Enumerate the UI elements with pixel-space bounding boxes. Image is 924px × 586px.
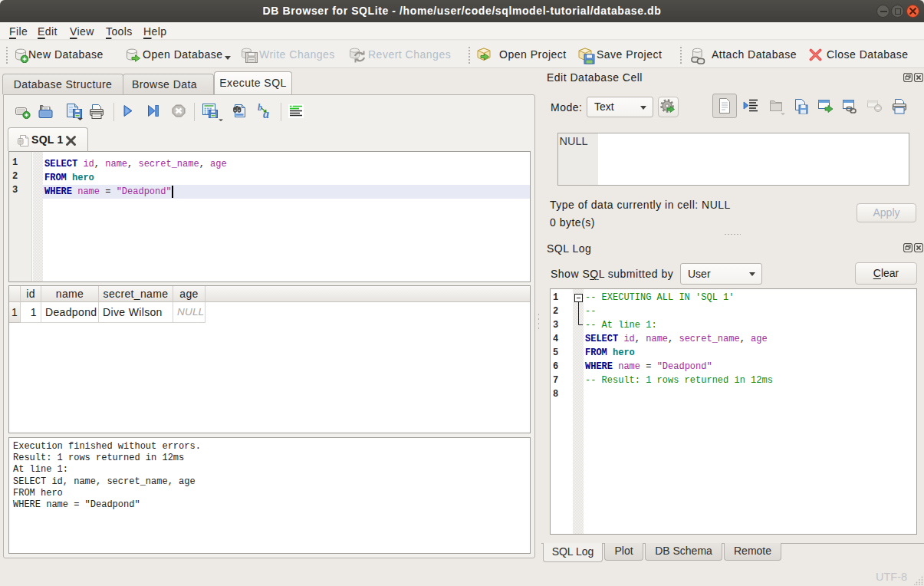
svg-text:b: b xyxy=(258,103,262,113)
svg-text:a: a xyxy=(263,107,269,120)
